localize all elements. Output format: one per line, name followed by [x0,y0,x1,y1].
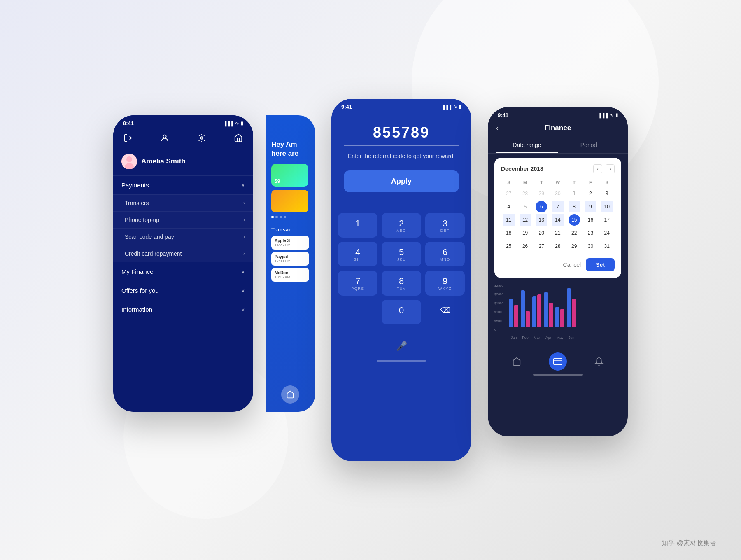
credit-repayment-nav-item[interactable]: Credit card repayment › [113,245,253,262]
numkey-4[interactable]: 4 GHI [338,242,377,266]
phone3-battery-icon: ▮ [615,112,618,118]
day-header-s1: S [501,178,517,187]
cal-day-26[interactable]: 26 [520,240,531,252]
card-dots [271,216,309,218]
partial-cards: $9 [271,164,309,212]
transfers-label: Transfers [125,200,149,206]
trans-item-apple: Apple S 14:25 PM [271,236,309,250]
numkey-5[interactable]: 5 JKL [382,242,421,266]
signal-icon: ▐▐▐ [224,121,233,126]
settings-button[interactable] [195,131,208,145]
card-nav-button[interactable] [549,352,567,371]
numkey-0[interactable]: 0 [382,300,421,324]
y-label-1500: $1500 [494,301,503,305]
cal-day-19[interactable]: 19 [520,227,531,239]
transfers-nav-item[interactable]: Transfers › [113,194,253,211]
y-label-2000: $2000 [494,292,503,296]
cal-day-23[interactable]: 23 [585,227,596,239]
offers-nav-item[interactable]: Offers for you ∨ [113,281,253,300]
logout-button[interactable] [121,131,135,145]
mic-area: 🎤 [331,337,471,360]
cal-day-1[interactable]: 1 [569,188,580,199]
calendar-next-btn[interactable]: › [606,164,615,173]
cal-day-11[interactable]: 11 [503,214,515,226]
cal-day-22[interactable]: 22 [569,227,580,239]
referral-code-text: 855789 [373,124,430,141]
cal-day-15[interactable]: 15 [569,214,580,226]
bar-group-may [555,307,564,327]
mic-icon[interactable]: 🎤 [396,341,407,351]
numpad-row-1: 1 2 ABC 3 DEF [338,213,465,238]
numpad-row-3: 7 PQRS 8 TUV 9 WXYZ [338,271,465,295]
numkey-1[interactable]: 1 [338,213,377,238]
x-label-may: May [555,336,564,340]
cal-day-29[interactable]: 29 [569,240,580,252]
calendar-prev-btn[interactable]: ‹ [593,164,602,173]
tab-period[interactable]: Period [558,138,620,153]
transactions-title: Transac [271,226,309,233]
phone3-time: 9:41 [498,112,508,118]
bar-group-mar [532,294,541,327]
cal-day-17[interactable]: 17 [601,214,613,226]
cal-day-5[interactable]: 5 [520,201,531,212]
apply-button[interactable]: Apply [344,170,459,192]
phone2-time: 9:41 [341,104,352,110]
cal-day-nov30[interactable]: 30 [552,188,564,199]
cal-day-25[interactable]: 25 [503,240,515,252]
cal-day-nov27[interactable]: 27 [503,188,515,199]
numkey-9[interactable]: 9 WXYZ [425,271,465,295]
payments-nav-item[interactable]: Payments ∧ [113,175,253,194]
numkey-8[interactable]: 8 TUV [382,271,421,295]
cal-day-20[interactable]: 20 [536,227,547,239]
cal-day-27[interactable]: 27 [536,240,547,252]
cal-day-nov28[interactable]: 28 [520,188,531,199]
day-header-t2: T [566,178,582,187]
bar-feb-pink [526,311,530,327]
cal-day-16[interactable]: 16 [585,214,596,226]
back-button[interactable]: ‹ [496,123,508,133]
numkey-delete[interactable]: ⌫ [425,300,465,324]
cal-day-28[interactable]: 28 [552,240,564,252]
bell-nav-button[interactable] [590,352,608,371]
cal-day-6[interactable]: 6 [536,201,547,212]
phone-topup-nav-item[interactable]: Phone top-up › [113,211,253,228]
calendar-cancel-button[interactable]: Cancel [563,261,581,268]
tab-date-range[interactable]: Date range [496,138,558,153]
phone-1-navigation: 9:41 ▐▐▐ ∿ ▮ [113,115,253,412]
cal-day-21[interactable]: 21 [552,227,564,239]
cal-day-12[interactable]: 12 [520,214,531,226]
svg-point-4 [126,156,132,162]
scan-pay-nav-item[interactable]: Scan code and pay › [113,228,253,245]
cal-day-9[interactable]: 9 [585,201,596,212]
my-finance-label: My Finance [121,268,154,275]
cal-day-18[interactable]: 18 [503,227,515,239]
chart-bars [494,282,621,336]
cal-day-4[interactable]: 4 [503,201,515,212]
cal-day-nov29[interactable]: 29 [536,188,547,199]
numkey-2[interactable]: 2 ABC [382,213,421,238]
numkey-3[interactable]: 3 DEF [425,213,465,238]
user-avatar [121,154,137,169]
cal-day-24[interactable]: 24 [601,227,613,239]
cal-day-8[interactable]: 8 [569,201,580,212]
phone-3-finance: 9:41 ▐▐▐ ∿ ▮ ‹ Finance Date range Period… [488,107,628,436]
phone-partial-home: Hey Amhere are $9 Transac Apple S 14:25 … [266,115,315,412]
home-button[interactable] [232,131,245,145]
cal-day-14[interactable]: 14 [552,214,564,226]
finance-title: Finance [508,124,607,132]
numkey-7[interactable]: 7 PQRS [338,271,377,295]
cal-day-3[interactable]: 3 [601,188,613,199]
numkey-6[interactable]: 6 MNO [425,242,465,266]
cal-day-13[interactable]: 13 [536,214,547,226]
calendar-set-button[interactable]: Set [586,258,615,271]
cal-day-31[interactable]: 31 [601,240,613,252]
my-finance-nav-item[interactable]: My Finance ∨ [113,262,253,281]
battery-icon: ▮ [241,121,243,126]
cal-day-30[interactable]: 30 [585,240,596,252]
cal-day-7[interactable]: 7 [552,201,564,212]
home-nav-button[interactable] [508,352,526,371]
cal-day-2[interactable]: 2 [585,188,596,199]
profile-button[interactable] [158,131,171,145]
information-nav-item[interactable]: Information ∨ [113,300,253,319]
cal-day-10[interactable]: 10 [601,201,613,212]
